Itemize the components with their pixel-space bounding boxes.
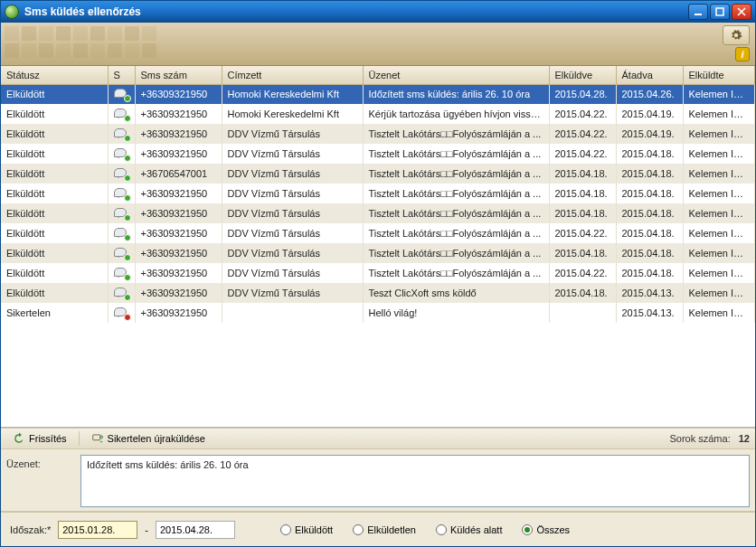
sms-status-icon (114, 288, 128, 298)
col-status[interactable]: Státusz (1, 66, 108, 84)
cell: 2015.04.18. (616, 164, 683, 184)
cell: 2015.04.22. (549, 104, 616, 124)
table-row[interactable]: Elküldött+36309321950Homoki Kereskedelmi… (1, 104, 755, 124)
cell: Kelemen Imréné (683, 203, 755, 223)
gear-icon (730, 29, 742, 42)
cell: +36309321950 (135, 104, 222, 124)
cell: DDV Vízmű Társulás (222, 283, 363, 303)
cell: Tisztelt Lakótárs□□Folyószámláján a ... (363, 203, 549, 223)
table-row[interactable]: Elküldött+36309321950DDV Vízmű TársulásT… (1, 144, 755, 164)
cell: 2015.04.19. (616, 124, 683, 144)
refresh-icon (13, 432, 25, 445)
action-bar: Frissítés Sikertelen újraküldése Sorok s… (1, 428, 755, 449)
cell: 2015.04.26. (616, 84, 683, 104)
status-icon-cell (108, 243, 135, 263)
date-from-input[interactable] (58, 521, 137, 539)
table-row[interactable]: Elküldött+36706547001DDV Vízmű TársulásT… (1, 164, 755, 184)
cell: Homoki Kereskedelmi Kft (222, 84, 363, 104)
status-icon-cell (108, 303, 135, 323)
cell: Tisztelt Lakótárs□□Folyószámláján a ... (363, 184, 549, 203)
cell: DDV Vízmű Társulás (222, 124, 363, 144)
close-button[interactable] (732, 4, 751, 20)
col-num[interactable]: Sms szám (135, 66, 222, 84)
cell: Tisztelt Lakótárs□□Folyószámláján a ... (363, 263, 549, 283)
row-count-label: Sorok száma: (669, 433, 730, 444)
radio-all[interactable]: Összes (522, 524, 570, 535)
col-msg[interactable]: Üzenet (363, 66, 549, 84)
table-row[interactable]: Sikertelen+36309321950Helló világ!2015.0… (1, 303, 755, 323)
cell: 2015.04.28. (549, 84, 616, 104)
cell: Elküldött (1, 84, 108, 104)
table-row[interactable]: Elküldött+36309321950Homoki Kereskedelmi… (1, 84, 755, 104)
radio-unsent[interactable]: Elküldetlen (353, 524, 416, 535)
cell: 2015.04.18. (549, 164, 616, 184)
sms-status-icon (114, 89, 128, 99)
sms-status-icon (114, 248, 128, 259)
table-row[interactable]: Elküldött+36309321950DDV Vízmű TársulásT… (1, 184, 755, 203)
minimize-button[interactable] (688, 4, 708, 20)
header-row: Státusz S Sms szám Címzett Üzenet Elküld… (1, 66, 755, 84)
settings-button[interactable] (723, 25, 750, 45)
col-sent[interactable]: Elküldve (549, 66, 616, 84)
maximize-button[interactable] (710, 4, 730, 20)
cell: Kelemen Imréné (683, 263, 755, 283)
table-row[interactable]: Elküldött+36309321950DDV Vízmű TársulásT… (1, 124, 755, 144)
table-row[interactable]: Elküldött+36309321950DDV Vízmű TársulásT… (1, 283, 755, 303)
status-icon-cell (108, 263, 135, 283)
col-by[interactable]: Elküldte (683, 66, 755, 84)
cell (549, 303, 616, 323)
titlebar[interactable]: Sms küldés ellenőrzés (1, 1, 755, 23)
message-textarea[interactable]: Időzített sms küldés: árilis 26. 10 óra (80, 455, 750, 507)
cell: 2015.04.18. (549, 184, 616, 203)
radio-sent[interactable]: Elküldött (280, 524, 333, 535)
cell: +36309321950 (135, 144, 222, 164)
cell: Elküldött (1, 243, 108, 263)
cell: DDV Vízmű Társulás (222, 203, 363, 223)
info-button[interactable]: i (735, 47, 750, 61)
cell: DDV Vízmű Társulás (222, 184, 363, 203)
status-icon-cell (108, 104, 135, 124)
col-deliv[interactable]: Átadva (616, 66, 683, 84)
cell: +36309321950 (135, 243, 222, 263)
col-s[interactable]: S (108, 66, 135, 84)
cell: +36309321950 (135, 303, 222, 323)
period-label: Időszak:* (10, 524, 51, 535)
cell: +36309321950 (135, 263, 222, 283)
cell: Tisztelt Lakótárs□□Folyószámláján a ... (363, 243, 549, 263)
table-row[interactable]: Elküldött+36309321950DDV Vízmű TársulásT… (1, 223, 755, 243)
cell: 2015.04.18. (549, 243, 616, 263)
radio-sending[interactable]: Küldés alatt (436, 524, 502, 535)
sms-status-icon (114, 208, 128, 219)
cell: 2015.04.19. (616, 104, 683, 124)
cell: 2015.04.18. (616, 144, 683, 164)
table-row[interactable]: Elküldött+36309321950DDV Vízmű TársulásT… (1, 203, 755, 223)
cell: 2015.04.18. (616, 263, 683, 283)
message-panel: Üzenet: Időzített sms küldés: árilis 26.… (1, 449, 755, 512)
cell (222, 303, 363, 323)
cell: Elküldött (1, 104, 108, 124)
filter-bar: Időszak:* - Elküldött Elküldetlen Küldés… (1, 512, 755, 546)
cell: 2015.04.18. (549, 283, 616, 303)
cell: Kelemen Imréné (683, 84, 755, 104)
cell: 2015.04.18. (616, 243, 683, 263)
refresh-button[interactable]: Frissítés (6, 429, 73, 448)
sms-status-icon (114, 128, 128, 139)
date-to-input[interactable] (156, 521, 235, 539)
date-dash: - (145, 524, 148, 535)
cell: Kelemen Imréné (683, 124, 755, 144)
ribbon-area: i (1, 23, 755, 66)
cell: 2015.04.22. (549, 263, 616, 283)
cell: Kelemen Imréné (683, 184, 755, 203)
resend-button[interactable]: Sikertelen újraküldése (85, 429, 212, 448)
cell: Helló világ! (363, 303, 549, 323)
table-row[interactable]: Elküldött+36309321950DDV Vízmű TársulásT… (1, 243, 755, 263)
table-row[interactable]: Elküldött+36309321950DDV Vízmű TársulásT… (1, 263, 755, 283)
cell: +36706547001 (135, 164, 222, 184)
sms-status-icon (114, 168, 128, 179)
sms-status-icon (114, 307, 128, 318)
svg-rect-2 (92, 435, 99, 440)
cell: Kérjük tartozása ügyében hívjon vissz... (363, 104, 549, 124)
row-count: Sorok száma: 12 (669, 433, 750, 444)
col-rec[interactable]: Címzett (222, 66, 363, 84)
cell: Elküldött (1, 263, 108, 283)
